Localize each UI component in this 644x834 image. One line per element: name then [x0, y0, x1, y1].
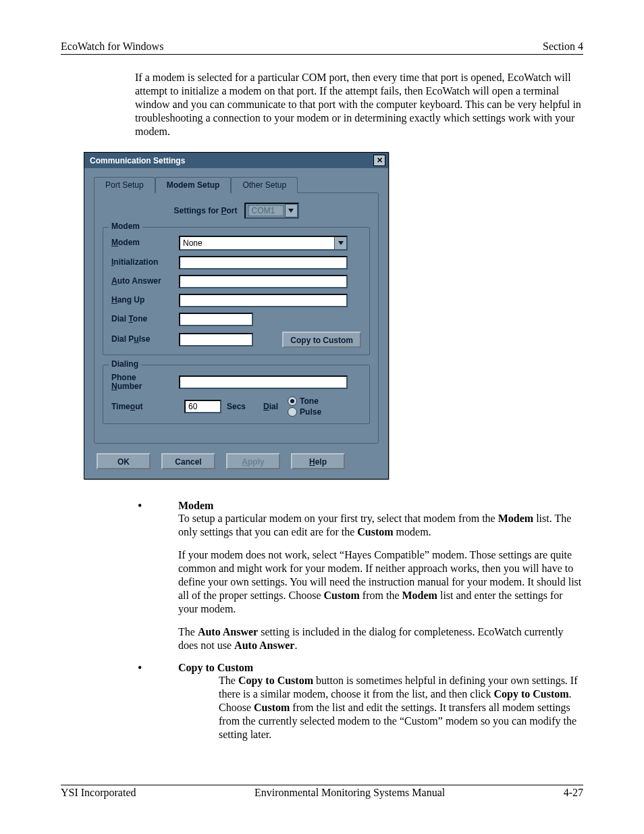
port-select-dropdown-button[interactable] — [285, 204, 298, 217]
dialing-group-title: Dialing — [109, 359, 141, 369]
pulse-radio-row[interactable]: Pulse — [288, 407, 321, 417]
tab-modem-setup[interactable]: Modem Setup — [155, 177, 232, 193]
footer-left: YSI Incorporated — [61, 787, 136, 799]
bullet-modem-title: Modem — [178, 500, 583, 512]
tab-page-modem: Settings for Port COM1 Modem Modem None — [94, 192, 379, 444]
hang-up-label: Hang Up — [111, 296, 179, 305]
dialing-groupbox: Dialing Phone Number Timeout Secs Dial — [103, 365, 370, 424]
hang-up-input[interactable] — [179, 294, 348, 307]
header-right: Section 4 — [543, 41, 583, 53]
bullet-copy-title: Copy to Custom — [178, 662, 583, 674]
tab-port-setup[interactable]: Port Setup — [94, 177, 155, 193]
bullet-modem-p3: The Auto Answer setting is included in t… — [178, 625, 583, 652]
tone-radio[interactable] — [288, 396, 297, 406]
phone-number-input[interactable] — [179, 375, 348, 389]
auto-answer-input[interactable] — [179, 275, 348, 288]
bullet-icon: • — [135, 662, 178, 751]
modem-groupbox: Modem Modem None Initialization Auto — [103, 227, 370, 355]
ok-button[interactable]: OK — [97, 453, 151, 469]
footer-right: 4-27 — [564, 787, 583, 799]
communication-settings-dialog: Communication Settings ✕ Port Setup Mode… — [84, 152, 389, 479]
initialization-input[interactable] — [179, 256, 348, 269]
modem-label: Modem — [111, 238, 179, 247]
timeout-label: Timeout — [111, 402, 179, 411]
tab-other-setup[interactable]: Other Setup — [231, 177, 298, 193]
dial-radio-group: Tone Pulse — [288, 396, 321, 417]
pulse-radio-label: Pulse — [300, 407, 321, 417]
dialog-button-row: OK Cancel Apply Help — [94, 453, 379, 469]
header-left: EcoWatch for Windows — [61, 41, 163, 53]
dialog-titlebar: Communication Settings ✕ — [84, 153, 388, 168]
bullet-modem-p2: If your modem does not work, select “Hay… — [178, 548, 583, 616]
pulse-radio[interactable] — [288, 407, 297, 417]
svg-marker-1 — [338, 241, 344, 245]
modem-group-title: Modem — [109, 221, 142, 231]
body-bullets: • Modem To setup a particular modem on y… — [135, 500, 583, 751]
tone-radio-row[interactable]: Tone — [288, 396, 321, 406]
phone-number-label: Phone Number — [111, 373, 179, 391]
chevron-down-icon — [338, 241, 344, 245]
bullet-copy-p: The Copy to Custom button is sometimes h… — [219, 674, 583, 741]
initialization-label: Initialization — [111, 258, 179, 267]
bullet-modem-p1: To setup a particular modem on your firs… — [178, 512, 583, 539]
intro-paragraph: If a modem is selected for a particular … — [135, 71, 583, 138]
secs-label: Secs — [227, 402, 246, 411]
page-header: EcoWatch for Windows Section 4 — [61, 41, 583, 55]
bullet-copy: • Copy to Custom The Copy to Custom butt… — [135, 662, 583, 751]
port-select[interactable]: COM1 — [244, 203, 299, 219]
close-icon: ✕ — [377, 157, 383, 164]
footer-center: Environmental Monitoring Systems Manual — [254, 787, 445, 799]
port-select-value: COM1 — [248, 205, 284, 216]
settings-for-port-label: Settings for Port — [173, 206, 237, 215]
copy-to-custom-button[interactable]: Copy to Custom — [282, 332, 361, 348]
apply-button[interactable]: Apply — [226, 453, 280, 469]
tone-radio-label: Tone — [300, 396, 319, 406]
bullet-icon: • — [135, 500, 178, 662]
svg-marker-0 — [288, 209, 294, 213]
close-button[interactable]: ✕ — [373, 155, 385, 166]
tab-strip: Port Setup Modem Setup Other Setup — [94, 176, 379, 192]
auto-answer-label: Auto Answer — [111, 277, 179, 286]
dial-label: Dial — [263, 402, 278, 411]
chevron-down-icon — [288, 209, 294, 213]
settings-for-port-row: Settings for Port COM1 — [103, 203, 370, 219]
cancel-button[interactable]: Cancel — [161, 453, 215, 469]
timeout-input[interactable] — [184, 400, 221, 413]
bullet-modem: • Modem To setup a particular modem on y… — [135, 500, 583, 662]
dial-pulse-label: Dial Pulse — [111, 335, 179, 344]
dialog-body: Port Setup Modem Setup Other Setup Setti… — [84, 168, 388, 479]
dialog-title: Communication Settings — [90, 156, 185, 165]
dial-tone-label: Dial Tone — [111, 315, 179, 323]
dial-pulse-input[interactable] — [179, 333, 253, 346]
modem-select-dropdown-button[interactable] — [334, 237, 346, 249]
modem-select[interactable]: None — [179, 236, 348, 251]
modem-select-value: None — [180, 237, 333, 249]
help-button[interactable]: Help — [291, 453, 345, 469]
page-footer: YSI Incorporated Environmental Monitorin… — [61, 785, 583, 799]
dial-tone-input[interactable] — [179, 313, 253, 326]
